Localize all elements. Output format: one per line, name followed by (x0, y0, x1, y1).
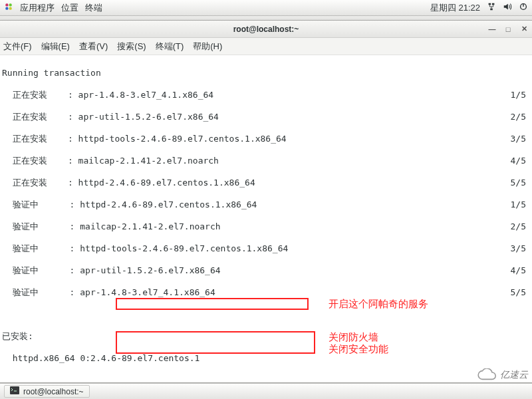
annotation-text: 开启这个阿帕奇的服务 (329, 299, 428, 310)
annotation-text: 关闭防火墙 (329, 332, 378, 343)
power-icon[interactable] (519, 2, 528, 13)
watermark: 亿速云 (476, 368, 528, 382)
window-titlebar[interactable]: root@localhost:~ — □ ✕ (0, 21, 532, 38)
term-line: 正在安装 : httpd-2.4.6-89.el7.centos.1.x86_6… (2, 178, 530, 189)
term-line: 验证中 : apr-util-1.5.2-6.el7.x86_644/5 (2, 265, 530, 277)
annotation-box (116, 298, 309, 310)
taskbar-item-label: root@localhost:~ (23, 387, 84, 396)
svg-rect-4 (489, 3, 491, 5)
network-icon[interactable] (487, 2, 496, 13)
term-line: 正在安装 : httpd-tools-2.4.6-89.el7.centos.1… (2, 134, 530, 145)
top-menu-places[interactable]: 位置 (61, 2, 78, 14)
term-line: Running transaction (2, 68, 530, 79)
terminal-window: root@localhost:~ — □ ✕ 文件(F) 编辑(E) 查看(V)… (0, 20, 532, 383)
menu-terminal[interactable]: 终端(T) (156, 41, 184, 53)
sound-icon[interactable] (503, 2, 512, 13)
svg-rect-6 (490, 9, 493, 11)
menu-view[interactable]: 查看(V) (79, 41, 108, 53)
menu-file[interactable]: 文件(F) (3, 41, 32, 53)
term-line: 验证中 : httpd-tools-2.4.6-89.el7.centos.1.… (2, 243, 530, 255)
term-line: 正在安装 : mailcap-2.1.41-2.el7.noarch4/5 (2, 156, 530, 167)
svg-rect-5 (492, 3, 495, 5)
taskbar-item[interactable]: root@localhost:~ (4, 385, 90, 398)
term-line: 正在安装 : apr-1.4.8-3.el7_4.1.x86_641/5 (2, 90, 530, 101)
svg-point-0 (5, 3, 8, 6)
annotation-box (116, 331, 315, 354)
term-line: httpd.x86_64 0:2.4.6-89.el7.centos.1 (2, 353, 530, 364)
activities-icon (4, 2, 13, 13)
terminal-icon (10, 386, 19, 396)
top-menu-apps[interactable]: 应用程序 (20, 2, 55, 14)
clock[interactable]: 星期四 21:22 (430, 2, 480, 14)
desktop-taskbar: root@localhost:~ (0, 383, 532, 399)
term-line (2, 309, 530, 321)
watermark-text: 亿速云 (500, 369, 528, 381)
annotation-text: 关闭安全功能 (329, 344, 388, 355)
menu-edit[interactable]: 编辑(E) (41, 41, 70, 53)
menu-help[interactable]: 帮助(H) (193, 41, 222, 53)
close-button[interactable]: ✕ (519, 25, 529, 34)
window-title: root@localhost:~ (233, 25, 299, 34)
window-menubar: 文件(F) 编辑(E) 查看(V) 搜索(S) 终端(T) 帮助(H) (0, 38, 532, 55)
svg-rect-8 (10, 386, 19, 394)
minimize-button[interactable]: — (487, 25, 497, 34)
svg-point-1 (9, 3, 11, 6)
term-line: 验证中 : mailcap-2.1.41-2.el7.noarch2/5 (2, 221, 530, 233)
term-line: 验证中 : apr-1.4.8-3.el7_4.1.x86_645/5 (2, 287, 530, 299)
term-line: 正在安装 : apr-util-1.5.2-6.el7.x86_642/5 (2, 112, 530, 123)
desktop-topbar: 应用程序 位置 终端 星期四 21:22 (0, 0, 532, 16)
maximize-button[interactable]: □ (503, 25, 513, 34)
top-menu-terminal[interactable]: 终端 (85, 2, 102, 14)
svg-point-3 (9, 7, 11, 9)
terminal-output[interactable]: Running transaction 正在安装 : apr-1.4.8-3.e… (0, 55, 532, 382)
term-line (2, 375, 530, 383)
menu-search[interactable]: 搜索(S) (117, 41, 146, 53)
svg-point-2 (5, 7, 8, 9)
term-line: 验证中 : httpd-2.4.6-89.el7.centos.1.x86_64… (2, 200, 530, 211)
